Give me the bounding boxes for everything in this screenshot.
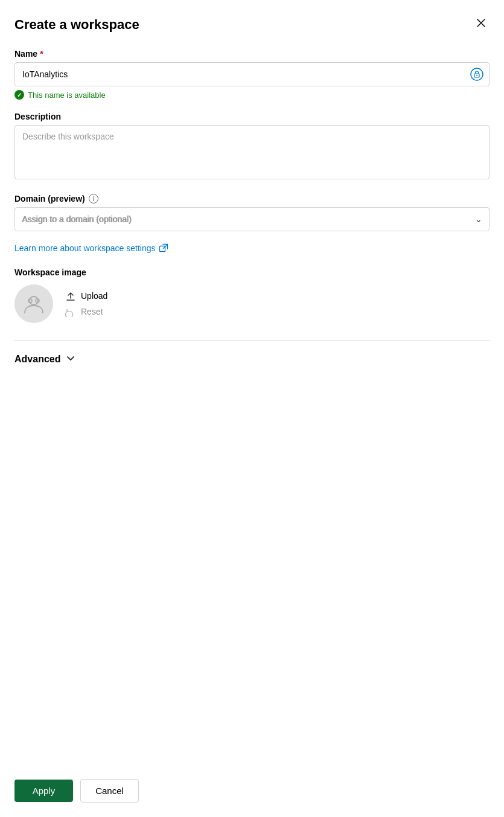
apply-button[interactable]: Apply	[14, 780, 73, 802]
cancel-button[interactable]: Cancel	[80, 779, 139, 803]
domain-dropdown-wrapper: Assign to a domain (optional) ⌄ Assign t…	[14, 207, 490, 231]
avatar	[14, 284, 53, 323]
description-input[interactable]	[14, 125, 490, 179]
domain-dropdown[interactable]: Assign to a domain (optional)	[14, 207, 490, 231]
name-section: Name * This name is available	[14, 49, 490, 100]
description-section: Description	[14, 112, 490, 182]
availability-message: This name is available	[14, 90, 490, 100]
domain-label-row: Domain (preview) i	[14, 194, 490, 203]
modal-header: Create a workspace	[14, 14, 490, 34]
section-divider	[14, 340, 490, 341]
image-actions: Upload Reset	[65, 290, 107, 317]
reset-icon	[65, 306, 76, 317]
content-spacer	[14, 377, 490, 767]
domain-label: Domain (preview)	[14, 194, 85, 203]
upload-icon	[65, 290, 76, 301]
name-input-wrapper	[14, 62, 490, 86]
create-workspace-modal: Create a workspace Name *	[0, 0, 504, 817]
svg-point-2	[476, 75, 477, 76]
description-label: Description	[14, 112, 490, 121]
domain-section: Domain (preview) i Assign to a domain (o…	[14, 194, 490, 231]
advanced-section[interactable]: Advanced	[14, 353, 490, 365]
input-lock-icon	[470, 68, 483, 81]
learn-more-link[interactable]: Learn more about workspace settings	[14, 243, 490, 253]
footer: Apply Cancel	[14, 767, 490, 817]
upload-button[interactable]: Upload	[65, 290, 107, 301]
workspace-image-title: Workspace image	[14, 268, 490, 277]
svg-point-4	[30, 296, 38, 305]
name-label: Name *	[14, 49, 490, 59]
chevron-down-icon	[65, 353, 76, 365]
close-button[interactable]	[473, 14, 490, 34]
avatar-icon	[22, 292, 45, 315]
external-link-icon	[159, 243, 168, 253]
modal-title: Create a workspace	[14, 17, 139, 33]
svg-rect-3	[160, 246, 165, 252]
name-input[interactable]	[14, 62, 490, 86]
info-icon[interactable]: i	[89, 194, 98, 203]
reset-button[interactable]: Reset	[65, 306, 107, 317]
svg-point-0	[471, 68, 483, 80]
required-indicator: *	[40, 49, 43, 59]
close-icon	[475, 17, 487, 32]
image-row: Upload Reset	[14, 284, 490, 323]
advanced-label: Advanced	[14, 354, 60, 365]
check-circle-icon	[14, 90, 24, 100]
workspace-image-section: Workspace image	[14, 268, 490, 323]
